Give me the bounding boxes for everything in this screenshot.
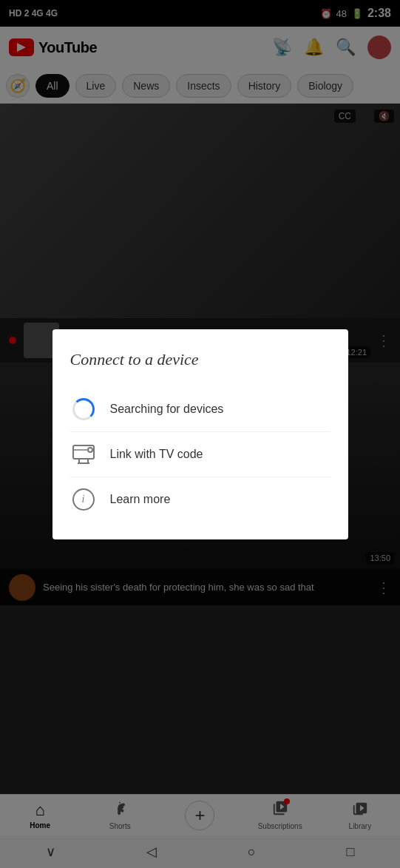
tv-icon [70,441,97,468]
loading-spinner [72,398,95,420]
searching-item[interactable]: Searching for devices [70,387,330,432]
tv-code-label: Link with TV code [110,448,203,461]
spinner-icon [70,396,97,423]
info-circle: i [72,488,95,511]
learn-more-item[interactable]: i Learn more [70,477,330,522]
tv-code-item[interactable]: Link with TV code [70,432,330,477]
svg-point-4 [88,448,92,452]
learn-more-modal-label: Learn more [110,493,171,506]
modal-overlay: Connect to a device Searching for device… [0,0,400,868]
searching-label: Searching for devices [110,403,224,416]
modal-title: Connect to a device [70,350,330,369]
info-icon: i [70,486,97,513]
connect-device-dialog: Connect to a device Searching for device… [52,329,348,539]
